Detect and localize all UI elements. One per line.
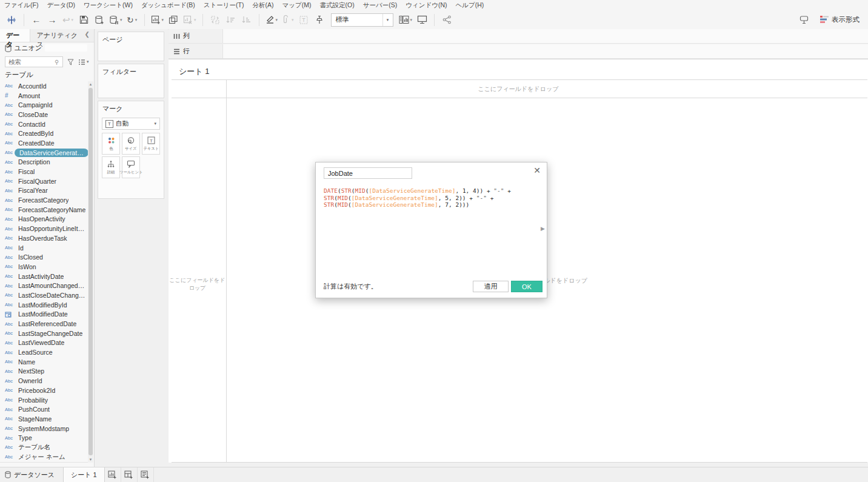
show-me-button[interactable]: 表示形式 <box>820 15 860 24</box>
menu-item[interactable]: ファイル(F) <box>0 1 42 10</box>
duplicate-sheet-icon[interactable] <box>165 13 181 27</box>
new-story-tab-icon[interactable] <box>138 467 154 482</box>
drop-zone-top[interactable]: ここにフィールドをドロップ <box>169 85 868 93</box>
field-item[interactable]: AbcAccountId <box>0 81 88 91</box>
field-item[interactable]: #ユニオン (カウント) <box>0 462 88 463</box>
columns-shelf[interactable]: 列 <box>169 29 868 44</box>
menu-item[interactable]: 書式設定(O) <box>316 1 359 10</box>
field-item[interactable]: AbcDataServiceGenerate… <box>0 148 88 158</box>
group-members-icon[interactable]: ▾ <box>279 13 296 27</box>
scroll-up-icon[interactable]: ▲ <box>88 81 93 87</box>
mark-type-select[interactable]: T 自動 ▾ <box>102 118 160 130</box>
collapse-pane-icon[interactable]: ❮ <box>85 29 94 42</box>
show-mark-labels-icon[interactable]: T <box>296 13 312 27</box>
fix-axes-icon[interactable] <box>312 13 327 27</box>
size-button[interactable]: サイズ <box>122 133 140 155</box>
menu-item[interactable]: データ(D) <box>42 1 79 10</box>
field-item[interactable]: AbcForecastCategoryName <box>0 205 88 215</box>
field-item[interactable]: AbcIsWon <box>0 262 88 272</box>
detail-button[interactable]: 詳細 <box>102 156 120 178</box>
menu-item[interactable]: ワークシート(W) <box>79 1 137 10</box>
field-item[interactable]: AbcProbability <box>0 395 88 405</box>
menu-item[interactable]: ストーリー(T) <box>199 1 249 10</box>
field-item[interactable]: #Amount <box>0 91 88 101</box>
menu-item[interactable]: ダッシュボード(B) <box>137 1 199 10</box>
highlight-icon[interactable]: ▾ <box>264 13 280 27</box>
field-item[interactable]: Abcテーブル名 <box>0 443 88 452</box>
rows-shelf[interactable]: 行 <box>169 44 868 59</box>
field-item[interactable]: AbcStageName <box>0 414 88 424</box>
save-icon[interactable] <box>76 13 92 27</box>
rows-shelf-area[interactable] <box>223 44 868 58</box>
connection-row[interactable]: ユニオン <box>0 42 94 54</box>
presentation-mode-icon[interactable] <box>414 13 430 27</box>
field-item[interactable]: AbcCreatedDate <box>0 138 88 148</box>
tooltip-button[interactable]: ツールヒント <box>122 156 140 178</box>
clear-sheet-icon[interactable]: ▾ <box>181 13 198 27</box>
field-item[interactable]: AbcNextStep <box>0 367 88 377</box>
share-icon[interactable] <box>439 13 455 27</box>
field-item[interactable]: AbcType <box>0 433 88 443</box>
field-item[interactable]: Abcメジャー ネーム <box>0 452 88 462</box>
field-item[interactable]: AbcCampaignId <box>0 100 88 110</box>
menu-item[interactable]: サーバー(S) <box>359 1 402 10</box>
search-input[interactable] <box>5 58 55 65</box>
menu-item[interactable]: マップ(M) <box>278 1 316 10</box>
field-item[interactable]: AbcPricebook2Id <box>0 386 88 395</box>
field-item[interactable]: AbcName <box>0 357 88 367</box>
field-item[interactable]: AbcHasOpenActivity <box>0 215 88 224</box>
field-item[interactable]: AbcCloseDate <box>0 110 88 119</box>
field-item[interactable]: AbcFiscalQuarter <box>0 176 88 186</box>
field-item[interactable]: AbcLastViewedDate <box>0 338 88 348</box>
field-item[interactable]: AbcLastStageChangeDate <box>0 329 88 338</box>
field-item[interactable]: AbcForecastCategory <box>0 195 88 205</box>
menu-item[interactable]: ウィンドウ(N) <box>401 1 451 10</box>
drop-zone-left[interactable]: ここにフィールドをドロップ <box>169 276 226 292</box>
color-button[interactable]: 色 <box>102 133 120 155</box>
scroll-down-icon[interactable]: ▼ <box>88 457 93 463</box>
field-item[interactable]: AbcContactId <box>0 119 88 129</box>
field-item[interactable]: LastModifiedDate <box>0 310 88 320</box>
filter-fields-icon[interactable] <box>67 59 74 65</box>
field-item[interactable]: AbcFiscalYear <box>0 186 88 196</box>
close-icon[interactable]: ✕ <box>533 166 541 175</box>
field-item[interactable]: AbcOwnerId <box>0 376 88 386</box>
search-box[interactable]: ⚲ <box>5 56 63 67</box>
new-worksheet-tab-icon[interactable] <box>105 467 121 482</box>
text-button[interactable]: T テキスト <box>142 133 160 155</box>
fit-select[interactable]: 標準 ▾ <box>331 13 393 27</box>
tab-analytics[interactable]: アナリティクス <box>30 29 84 42</box>
ok-button[interactable]: OK <box>511 281 542 292</box>
show-hide-cards-icon[interactable]: ▾ <box>397 13 415 27</box>
menu-item[interactable]: ヘルプ(H) <box>451 1 488 10</box>
pages-card[interactable]: ページ <box>98 32 164 61</box>
field-item[interactable]: AbcHasOpportunityLineIt… <box>0 224 88 233</box>
sort-ascending-icon[interactable] <box>223 13 239 27</box>
field-item[interactable]: AbcLeadSource <box>0 347 88 357</box>
calculation-name-input[interactable] <box>324 167 412 179</box>
back-button[interactable]: ← <box>28 13 44 27</box>
field-item[interactable]: AbcLastAmountChanged… <box>0 281 88 290</box>
apply-button[interactable]: 適用 <box>473 281 509 292</box>
field-item[interactable]: AbcId <box>0 243 88 253</box>
field-item[interactable]: AbcSystemModstamp <box>0 424 88 433</box>
view-options-icon[interactable]: ▾ <box>78 59 89 65</box>
field-item[interactable]: AbcFiscal <box>0 167 88 176</box>
field-item[interactable]: AbcCreatedById <box>0 129 88 138</box>
field-item[interactable]: AbcLastModifiedById <box>0 300 88 310</box>
fit-select-caret-icon[interactable]: ▾ <box>382 14 393 26</box>
data-source-tab[interactable]: データソース <box>0 467 63 482</box>
sort-descending-icon[interactable] <box>239 13 255 27</box>
field-item[interactable]: AbcIsClosed <box>0 252 88 262</box>
menu-item[interactable]: 分析(A) <box>249 1 278 10</box>
field-item[interactable]: AbcLastReferencedDate <box>0 319 88 329</box>
forward-button[interactable]: → <box>44 13 60 27</box>
field-item[interactable]: AbcDescription <box>0 158 88 167</box>
field-item[interactable]: AbcHasOverdueTask <box>0 233 88 243</box>
formula-editor[interactable]: DATE(STR(MID([DataServiceGenerateTime], … <box>324 187 511 209</box>
swap-rows-columns-icon[interactable] <box>207 13 223 27</box>
tab-data[interactable]: データ <box>0 29 30 42</box>
run-update-icon[interactable]: ↻▾ <box>124 13 140 27</box>
filters-card[interactable]: フィルター <box>98 64 164 98</box>
scrollbar-thumb[interactable] <box>88 88 93 455</box>
